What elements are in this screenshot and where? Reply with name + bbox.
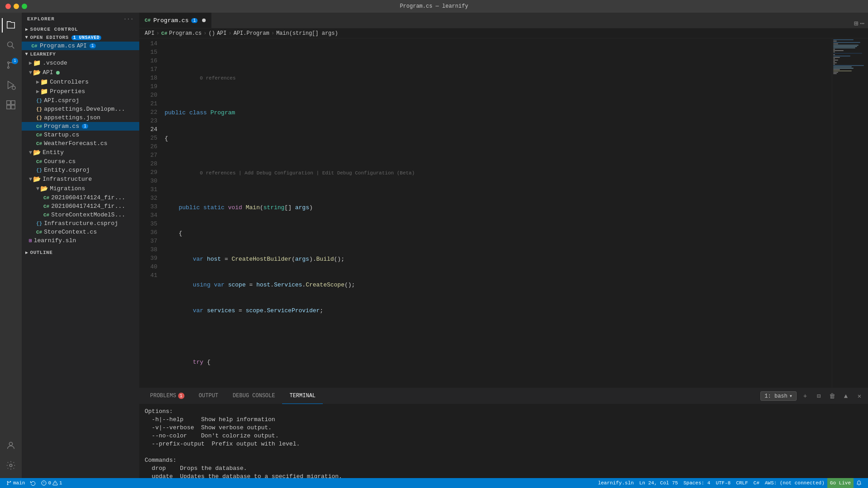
- tree-item-store-context-model[interactable]: C# StoreContextModelS...: [22, 211, 139, 219]
- terminal-dropdown[interactable]: 1: bash ▾: [760, 391, 797, 401]
- mm-3: [833, 42, 860, 43]
- sync-status[interactable]: [28, 478, 38, 488]
- outline-chevron: ▶: [25, 250, 28, 255]
- open-editors-header[interactable]: ▶ OPEN EDITORS 1 UNSAVED: [22, 33, 139, 42]
- solution-status[interactable]: learnify.sln: [595, 478, 637, 488]
- outline-label: OUTLINE: [30, 250, 53, 255]
- tree-item-vscode[interactable]: ▶ 📁 .vscode: [22, 58, 139, 68]
- open-editor-program-cs[interactable]: C# Program.cs API 1: [22, 42, 139, 50]
- ln-15: 15: [139, 48, 157, 56]
- tree-item-properties[interactable]: ▶ 📁 Properties: [22, 87, 139, 96]
- breadcrumb-api2[interactable]: API: [217, 30, 227, 37]
- breadcrumb-main[interactable]: Main(string[] args): [276, 30, 338, 37]
- mm-7: [833, 47, 855, 48]
- ln-31: 31: [139, 185, 157, 194]
- tree-item-entity-csproj[interactable]: {} Entity.csproj: [22, 166, 139, 174]
- tree-item-startup-cs[interactable]: C# Startup.cs: [22, 131, 139, 139]
- cursor-position-label: Ln 24, Col 75: [639, 480, 678, 486]
- ln-25: 25: [139, 134, 157, 142]
- ln-19: 19: [139, 82, 157, 91]
- tree-item-store-context-cs[interactable]: C# StoreContext.cs: [22, 228, 139, 236]
- close-panel-button[interactable]: ✕: [854, 391, 864, 401]
- more-actions-button[interactable]: ⋯: [860, 19, 864, 28]
- csproj-icon: {}: [36, 98, 42, 103]
- kill-terminal-button[interactable]: 🗑: [827, 391, 837, 401]
- minimize-button[interactable]: [14, 4, 19, 9]
- cursor-position-status[interactable]: Ln 24, Col 75: [637, 478, 681, 488]
- split-editor-button[interactable]: ⊞: [854, 19, 859, 28]
- infrastructure-label: Infrastructure: [42, 176, 92, 183]
- ln-22: 22: [139, 108, 157, 117]
- tree-item-appsettings-dev[interactable]: {} appsettings.Developm...: [22, 105, 139, 113]
- tree-item-migrations[interactable]: ▼ 📂 Migrations: [22, 184, 139, 193]
- svg-line-1: [12, 46, 14, 48]
- ln-16: 16: [139, 56, 157, 65]
- source-control-chevron: ▶: [25, 27, 28, 32]
- json-icon: {}: [36, 115, 42, 121]
- props-chevron: ▶: [36, 88, 39, 95]
- mm-4: [833, 43, 838, 44]
- debug-console-label: DEBUG CONSOLE: [233, 393, 275, 399]
- sidebar-content: ▶ Source Control ▶ OPEN EDITORS 1 UNSAVE…: [22, 25, 139, 478]
- tree-item-program-cs[interactable]: C# Program.cs 1: [22, 122, 139, 131]
- output-label: OUTPUT: [199, 393, 218, 399]
- breadcrumb-program-cs[interactable]: Program.cs: [169, 30, 202, 37]
- source-control-activity-icon[interactable]: 1: [2, 56, 20, 74]
- tree-item-infra-csproj[interactable]: {} Infrastructure.csproj: [22, 219, 139, 228]
- tree-item-api-csproj[interactable]: {} API.csproj: [22, 96, 139, 105]
- account-activity-icon[interactable]: [2, 436, 20, 455]
- terminal-content[interactable]: Options: -h|--help Show help information…: [139, 404, 868, 478]
- panel-tab-output[interactable]: OUTPUT: [192, 388, 226, 404]
- tree-item-migration1[interactable]: C# 20210604174124_fir...: [22, 193, 139, 202]
- learnify-header[interactable]: ▶ LEARNIFY: [22, 50, 139, 58]
- new-terminal-button[interactable]: +: [800, 391, 810, 401]
- extensions-activity-icon[interactable]: [2, 96, 20, 114]
- settings-activity-icon[interactable]: [2, 456, 20, 474]
- infra-chevron: ▼: [29, 176, 32, 183]
- indentation-status[interactable]: Spaces: 4: [681, 478, 713, 488]
- panel-tab-debug-console[interactable]: DEBUG CONSOLE: [226, 388, 283, 404]
- search-activity-icon[interactable]: [2, 36, 20, 54]
- tree-item-appsettings-json[interactable]: {} appsettings.json: [22, 113, 139, 122]
- tree-item-learnify-sln[interactable]: ⊞ learnify.sln: [22, 236, 139, 245]
- tree-item-api[interactable]: ▼ 📂 API: [22, 68, 139, 77]
- tree-item-course-cs[interactable]: C# Course.cs: [22, 157, 139, 166]
- run-debug-activity-icon[interactable]: [2, 76, 20, 94]
- tree-item-entity[interactable]: ▼ 📂 Entity: [22, 148, 139, 157]
- tree-item-weather-cs[interactable]: C# WeatherForecast.cs: [22, 139, 139, 148]
- aws-status[interactable]: AWS: (not connected): [762, 478, 827, 488]
- ln-23: 23: [139, 117, 157, 125]
- notifications-status[interactable]: [854, 478, 864, 488]
- mm-23: [833, 69, 840, 70]
- solution-label: learnify.sln: [598, 480, 634, 486]
- appsettings-json-label: appsettings.json: [44, 114, 100, 121]
- language-status[interactable]: C#: [751, 478, 762, 488]
- line-ending-status[interactable]: CRLF: [733, 478, 750, 488]
- tree-item-controllers[interactable]: ▶ 📁 Controllers: [22, 77, 139, 87]
- cs-scm-icon: C#: [43, 212, 49, 218]
- breadcrumb-api-program[interactable]: API.Program: [233, 30, 269, 37]
- panel-tab-problems[interactable]: PROBLEMS 1: [143, 388, 192, 404]
- code-editor[interactable]: 0 references public class Program { 0 re…: [161, 38, 832, 388]
- ln-38: 38: [139, 245, 157, 254]
- ln-28: 28: [139, 160, 157, 168]
- panel-tab-terminal[interactable]: TERMINAL: [282, 388, 323, 404]
- breadcrumb-api[interactable]: API: [145, 30, 155, 37]
- tab-program-cs[interactable]: C# Program.cs 1: [139, 13, 212, 28]
- encoding-status[interactable]: UTF-8: [713, 478, 733, 488]
- errors-status[interactable]: 0 1: [38, 478, 65, 488]
- source-control-section-header[interactable]: ▶ Source Control: [22, 25, 139, 33]
- tree-item-infrastructure[interactable]: ▼ 📂 Infrastructure: [22, 174, 139, 184]
- split-terminal-button[interactable]: ⊟: [814, 391, 824, 401]
- tree-item-migration2[interactable]: C# 20210604174124_fir...: [22, 202, 139, 211]
- sidebar-actions[interactable]: ···: [123, 16, 134, 22]
- close-button[interactable]: [5, 4, 11, 9]
- hint-14: 0 references: [200, 75, 236, 81]
- maximize-panel-button[interactable]: ▲: [841, 391, 851, 401]
- branch-status[interactable]: main: [4, 478, 28, 488]
- maximize-button[interactable]: [22, 4, 27, 9]
- outline-header[interactable]: ▶ OUTLINE: [22, 249, 139, 257]
- explorer-activity-icon[interactable]: [2, 16, 20, 34]
- window-controls[interactable]: [5, 4, 27, 9]
- live-server-status[interactable]: Go Live: [827, 478, 854, 488]
